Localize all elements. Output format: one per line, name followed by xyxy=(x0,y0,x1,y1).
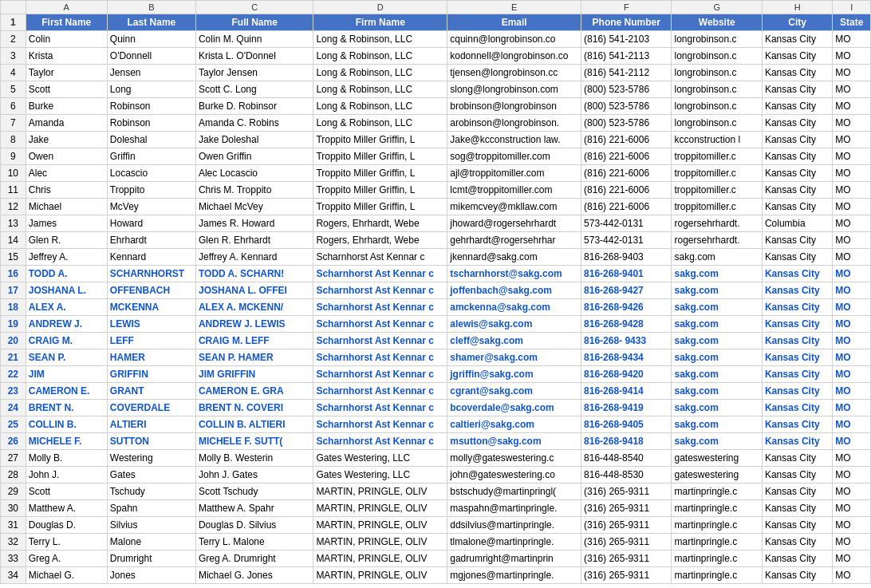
cell-full-name[interactable]: JIM GRIFFIN xyxy=(195,366,313,383)
cell-full-name[interactable]: ALEX A. MCKENN/ xyxy=(195,299,313,316)
cell-email[interactable]: john@gateswestering.co xyxy=(447,467,581,483)
cell-state[interactable]: MO xyxy=(833,551,871,567)
cell-city[interactable]: Kansas City xyxy=(762,115,832,132)
cell-full-name[interactable]: Jake Doleshal xyxy=(195,132,313,148)
cell-email[interactable]: ddsilvius@martinpringle. xyxy=(447,517,581,534)
cell-website[interactable]: sakg.com xyxy=(672,416,762,433)
cell-first-name[interactable]: MICHELE F. xyxy=(26,433,107,450)
cell-last-name[interactable]: Spahn xyxy=(107,500,195,517)
cell-city[interactable]: Kansas City xyxy=(762,316,832,333)
cell-phone[interactable]: (316) 265-9311 xyxy=(581,567,672,584)
cell-website[interactable]: longrobinson.c xyxy=(672,48,762,65)
cell-first-name[interactable]: Michael xyxy=(26,199,107,215)
cell-firm-name[interactable]: Troppito Miller Griffin, L xyxy=(313,148,447,165)
cell-firm-name[interactable]: Scharnhorst Ast Kennar c xyxy=(313,349,447,366)
cell-city[interactable]: Kansas City xyxy=(762,182,832,199)
cell-phone[interactable]: 816-448-8530 xyxy=(581,467,672,483)
cell-phone[interactable]: (816) 221-6006 xyxy=(581,165,672,182)
cell-last-name[interactable]: Drumright xyxy=(107,551,195,567)
cell-website[interactable]: sakg.com xyxy=(672,299,762,316)
cell-email[interactable]: molly@gateswestering.c xyxy=(447,450,581,467)
cell-first-name[interactable]: Colin xyxy=(26,31,107,48)
cell-firm-name[interactable]: Long & Robinson, LLC xyxy=(313,81,447,98)
cell-email[interactable]: mikemcvey@mkllaw.com xyxy=(447,199,581,215)
cell-phone[interactable]: (800) 523-5786 xyxy=(581,98,672,115)
cell-firm-name[interactable]: MARTIN, PRINGLE, OLIV xyxy=(313,483,447,500)
cell-full-name[interactable]: James R. Howard xyxy=(195,215,313,232)
cell-phone[interactable]: 816-268- 9433 xyxy=(581,333,672,349)
cell-email[interactable]: gadrumright@martinprin xyxy=(447,551,581,567)
cell-last-name[interactable]: Robinson xyxy=(107,98,195,115)
cell-first-name[interactable]: ANDREW J. xyxy=(26,316,107,333)
cell-last-name[interactable]: Quinn xyxy=(107,31,195,48)
cell-first-name[interactable]: Taylor xyxy=(26,65,107,81)
cell-city[interactable]: Kansas City xyxy=(762,349,832,366)
cell-phone[interactable]: 816-268-9428 xyxy=(581,316,672,333)
cell-first-name[interactable]: JIM xyxy=(26,366,107,383)
cell-firm-name[interactable]: Long & Robinson, LLC xyxy=(313,115,447,132)
cell-last-name[interactable]: OFFENBACH xyxy=(107,282,195,299)
cell-city[interactable]: Kansas City xyxy=(762,534,832,551)
cell-state[interactable]: MO xyxy=(833,534,871,551)
cell-email[interactable]: arobinson@longrobinson. xyxy=(447,115,581,132)
cell-state[interactable]: MO xyxy=(833,48,871,65)
cell-first-name[interactable]: COLLIN B. xyxy=(26,416,107,433)
cell-website[interactable]: troppitomiller.c xyxy=(672,182,762,199)
cell-first-name[interactable]: Molly B. xyxy=(26,450,107,467)
cell-state[interactable]: MO xyxy=(833,266,871,282)
cell-state[interactable]: MO xyxy=(833,199,871,215)
cell-first-name[interactable]: Scott xyxy=(26,483,107,500)
cell-website[interactable]: martinpringle.c xyxy=(672,534,762,551)
cell-website[interactable]: longrobinson.c xyxy=(672,31,762,48)
cell-phone[interactable]: (816) 221-6006 xyxy=(581,199,672,215)
cell-firm-name[interactable]: MARTIN, PRINGLE, OLIV xyxy=(313,517,447,534)
cell-email[interactable]: bcoverdale@sakg.com xyxy=(447,400,581,416)
cell-state[interactable]: MO xyxy=(833,316,871,333)
cell-city[interactable]: Kansas City xyxy=(762,400,832,416)
cell-state[interactable]: MO xyxy=(833,232,871,249)
cell-city[interactable]: Kansas City xyxy=(762,148,832,165)
cell-first-name[interactable]: Amanda xyxy=(26,115,107,132)
cell-full-name[interactable]: Taylor Jensen xyxy=(195,65,313,81)
cell-last-name[interactable]: GRIFFIN xyxy=(107,366,195,383)
cell-phone[interactable]: 816-268-9401 xyxy=(581,266,672,282)
cell-firm-name[interactable]: Troppito Miller Griffin, L xyxy=(313,165,447,182)
cell-website[interactable]: longrobinson.c xyxy=(672,115,762,132)
cell-email[interactable]: slong@longrobinson.com xyxy=(447,81,581,98)
cell-last-name[interactable]: Malone xyxy=(107,534,195,551)
cell-email[interactable]: jgriffin@sakg.com xyxy=(447,366,581,383)
cell-last-name[interactable]: Jensen xyxy=(107,65,195,81)
cell-website[interactable]: troppitomiller.c xyxy=(672,148,762,165)
cell-first-name[interactable]: Michael G. xyxy=(26,567,107,584)
cell-state[interactable]: MO xyxy=(833,299,871,316)
cell-phone[interactable]: 573-442-0131 xyxy=(581,215,672,232)
cell-website[interactable]: troppitomiller.c xyxy=(672,165,762,182)
cell-city[interactable]: Kansas City xyxy=(762,433,832,450)
cell-website[interactable]: martinpringle.c xyxy=(672,483,762,500)
cell-phone[interactable]: (816) 221-6006 xyxy=(581,182,672,199)
cell-city[interactable]: Kansas City xyxy=(762,132,832,148)
cell-firm-name[interactable]: Scharnhorst Ast Kennar c xyxy=(313,433,447,450)
cell-firm-name[interactable]: Long & Robinson, LLC xyxy=(313,65,447,81)
cell-website[interactable]: longrobinson.c xyxy=(672,98,762,115)
cell-phone[interactable]: 816-268-9420 xyxy=(581,366,672,383)
cell-website[interactable]: sakg.com xyxy=(672,282,762,299)
cell-full-name[interactable]: Molly B. Westerin xyxy=(195,450,313,467)
cell-phone[interactable]: (800) 523-5786 xyxy=(581,81,672,98)
cell-full-name[interactable]: JOSHANA L. OFFEI xyxy=(195,282,313,299)
cell-website[interactable]: gateswestering xyxy=(672,450,762,467)
cell-email[interactable]: Jake@kcconstruction law. xyxy=(447,132,581,148)
cell-firm-name[interactable]: Scharnhorst Ast Kennar c xyxy=(313,416,447,433)
cell-firm-name[interactable]: Gates Westering, LLC xyxy=(313,467,447,483)
cell-firm-name[interactable]: Long & Robinson, LLC xyxy=(313,31,447,48)
cell-full-name[interactable]: Michael McVey xyxy=(195,199,313,215)
cell-state[interactable]: MO xyxy=(833,81,871,98)
cell-phone[interactable]: (316) 265-9311 xyxy=(581,534,672,551)
cell-last-name[interactable]: Howard xyxy=(107,215,195,232)
cell-firm-name[interactable]: Scharnhorst Ast Kennar c xyxy=(313,316,447,333)
cell-state[interactable]: MO xyxy=(833,416,871,433)
cell-last-name[interactable]: LEFF xyxy=(107,333,195,349)
cell-full-name[interactable]: Douglas D. Silvius xyxy=(195,517,313,534)
cell-email[interactable]: tjensen@longrobinson.cc xyxy=(447,65,581,81)
cell-full-name[interactable]: Amanda C. Robins xyxy=(195,115,313,132)
